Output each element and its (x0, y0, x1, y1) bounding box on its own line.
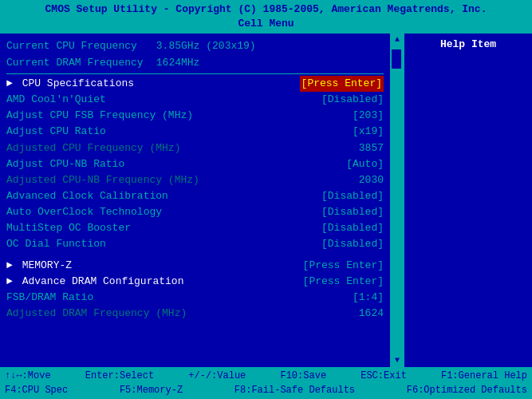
nav-row-2: F4:CPU Spec F5:Memory-Z F8:Fail-Safe Def… (5, 383, 527, 397)
menu-item-oc-dial[interactable]: OC Dial Function [Disabled] (6, 236, 384, 252)
dram-freq-value: 1624MHz (156, 57, 200, 69)
dram-freq-label: Current DRAM Frequency (6, 55, 150, 72)
fsb-dram-label: FSB/DRAM Ratio (6, 290, 353, 306)
menu-item-adj-cpu-freq: Adjusted CPU Frequency (MHz) 3857 (6, 140, 384, 156)
scroll-thumb (392, 49, 401, 69)
advance-dram-value: [Press Enter] (303, 274, 384, 290)
menu-item-cpu-ratio[interactable]: Adjust CPU Ratio [x19] (6, 124, 384, 140)
oc-tech-label: Auto OverClock Technology (6, 204, 321, 220)
cpu-ratio-label: Adjust CPU Ratio (6, 124, 353, 140)
main-area: Current CPU Frequency 3.85GHz (203x19) C… (0, 34, 532, 367)
nav-enter: Enter:Select (85, 369, 154, 383)
oc-tech-value: [Disabled] (321, 204, 384, 220)
menu-item-advance-dram[interactable]: ► Advance DRAM Configuration [Press Ente… (6, 274, 384, 290)
title-line1: CMOS Setup Utility - Copyright (C) 1985-… (5, 2, 527, 17)
cool-quiet-label: AMD Cool'n'Quiet (6, 92, 321, 108)
advance-dram-label: ► Advance DRAM Configuration (6, 274, 303, 290)
menu-item-cool-quiet[interactable]: AMD Cool'n'Quiet [Disabled] (6, 92, 384, 108)
oc-dial-value: [Disabled] (321, 236, 384, 252)
clock-calib-label: Advanced Clock Calibration (6, 188, 321, 204)
adj-cpu-freq-value: 3857 (359, 140, 384, 156)
nav-f10: F10:Save (280, 369, 326, 383)
nav-f5: F5:Memory-Z (120, 383, 183, 397)
arrow-icon-3: ► (6, 275, 13, 287)
menu-panel: Current CPU Frequency 3.85GHz (203x19) C… (0, 34, 392, 367)
arrow-icon: ► (6, 77, 13, 89)
menu-item-memory-z[interactable]: ► MEMORY-Z [Press Enter] (6, 258, 384, 274)
adj-cpu-nb-freq-label: Adjusted CPU-NB Frequency (MHz) (6, 172, 359, 188)
help-panel: Help Item (404, 34, 532, 367)
cpu-freq-value: 3.85GHz (203x19) (156, 40, 256, 52)
status-row-dram: Current DRAM Frequency 1624MHz (6, 55, 384, 72)
nav-f8: F8:Fail-Safe Defaults (234, 383, 355, 397)
cpu-freq-label: Current CPU Frequency (6, 38, 150, 55)
menu-item-fsb-dram[interactable]: FSB/DRAM Ratio [1:4] (6, 290, 384, 306)
menu-items: ► CPU Specifications [Press Enter] AMD C… (6, 76, 384, 322)
nav-row-1: ↑↓↔:Move Enter:Select +/-/:Value F10:Sav… (5, 369, 527, 383)
oc-dial-label: OC Dial Function (6, 236, 321, 252)
cpu-spec-value: [Press Enter] (300, 76, 384, 92)
memory-z-value: [Press Enter] (303, 258, 384, 274)
nav-value: +/-/:Value (188, 369, 246, 383)
divider (6, 73, 384, 74)
title-bar: CMOS Setup Utility - Copyright (C) 1985-… (0, 0, 532, 34)
adj-cpu-nb-freq-value: 2030 (359, 172, 384, 188)
multistep-label: MultiStep OC Booster (6, 220, 321, 236)
fsb-dram-value: [1:4] (353, 290, 384, 306)
scroll-down-arrow[interactable]: ▼ (392, 354, 403, 367)
scroll-up-arrow[interactable]: ▲ (392, 34, 403, 46)
status-row-cpu: Current CPU Frequency 3.85GHz (203x19) (6, 38, 384, 55)
clock-calib-value: [Disabled] (321, 188, 384, 204)
adj-dram-freq-value: 1624 (359, 306, 384, 322)
memory-z-label: ► MEMORY-Z (6, 258, 303, 274)
status-rows: Current CPU Frequency 3.85GHz (203x19) C… (6, 38, 384, 72)
title-line2: Cell Menu (5, 17, 527, 31)
adj-dram-freq-label: Adjusted DRAM Frequency (MHz) (6, 306, 359, 322)
menu-item-clock-calib[interactable]: Advanced Clock Calibration [Disabled] (6, 188, 384, 204)
nav-f1: F1:General Help (441, 369, 527, 383)
cpu-nb-ratio-value: [Auto] (346, 156, 384, 172)
scrollbar[interactable]: ▲ ▼ (392, 34, 403, 367)
menu-item-cpu-spec[interactable]: ► CPU Specifications [Press Enter] (6, 76, 384, 92)
fsb-freq-value: [203] (353, 108, 384, 124)
nav-move: ↑↓↔:Move (5, 369, 51, 383)
cool-quiet-value: [Disabled] (321, 92, 384, 108)
menu-item-adj-dram-freq: Adjusted DRAM Frequency (MHz) 1624 (6, 306, 384, 322)
bottom-nav: ↑↓↔:Move Enter:Select +/-/:Value F10:Sav… (0, 367, 532, 399)
nav-esc: ESC:Exit (361, 369, 407, 383)
multistep-value: [Disabled] (321, 220, 384, 236)
menu-item-adj-cpu-nb-freq: Adjusted CPU-NB Frequency (MHz) 2030 (6, 172, 384, 188)
arrow-icon-2: ► (6, 259, 13, 271)
screen: CMOS Setup Utility - Copyright (C) 1985-… (0, 0, 532, 399)
nav-f4: F4:CPU Spec (5, 383, 68, 397)
fsb-freq-label: Adjust CPU FSB Frequency (MHz) (6, 108, 353, 124)
cpu-spec-label: ► CPU Specifications (6, 76, 300, 92)
menu-item-cpu-nb-ratio[interactable]: Adjust CPU-NB Ratio [Auto] (6, 156, 384, 172)
menu-item-oc-tech[interactable]: Auto OverClock Technology [Disabled] (6, 204, 384, 220)
menu-item-fsb-freq[interactable]: Adjust CPU FSB Frequency (MHz) [203] (6, 108, 384, 124)
adj-cpu-freq-label: Adjusted CPU Frequency (MHz) (6, 140, 359, 156)
nav-f6: F6:Optimized Defaults (407, 383, 527, 397)
menu-item-multistep[interactable]: MultiStep OC Booster [Disabled] (6, 220, 384, 236)
help-title: Help Item (411, 38, 526, 50)
cpu-ratio-value: [x19] (353, 124, 384, 140)
cpu-nb-ratio-label: Adjust CPU-NB Ratio (6, 156, 346, 172)
